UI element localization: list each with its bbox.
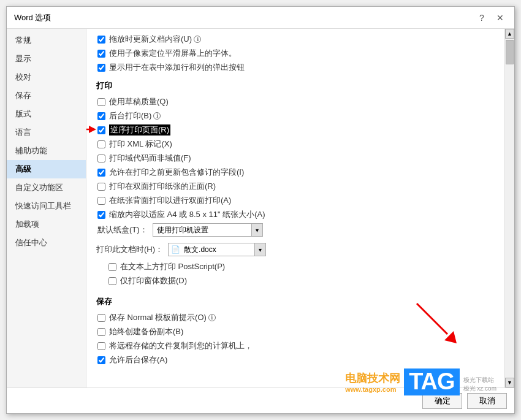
sidebar-item-4[interactable]: 版式	[7, 105, 86, 123]
checkbox-label: 缩放内容以适应 A4 或 8.5 x 11" 纸张大小(A)	[109, 209, 265, 220]
sidebar-item-10[interactable]: 加载项	[7, 215, 86, 234]
checkbox-label: 保存 Normal 模板前提示(O)	[109, 312, 207, 323]
scroll-down-arrow[interactable]: ▼	[505, 378, 514, 388]
checkbox-input[interactable]	[97, 197, 105, 205]
checkbox-label: 使用草稿质量(Q)	[109, 96, 169, 107]
red-arrow-icon	[86, 121, 96, 138]
checkbox-xml: 打印 XML 标记(X)	[96, 139, 492, 150]
print-section-title: 打印	[96, 80, 492, 91]
scroll-track	[505, 39, 514, 378]
checkbox-subpixel[interactable]	[97, 50, 105, 58]
checkbox-back-side: 在纸张背面打印以进行双面打印(A)	[96, 195, 492, 206]
sidebar-item-6[interactable]: 辅助功能	[7, 142, 86, 160]
checkbox-label: 后台打印(B)	[109, 110, 151, 121]
save-section-title: 保存	[96, 296, 492, 307]
checkbox-label: 仅打印窗体数据(D)	[120, 275, 187, 286]
checkbox-label: 始终创建备份副本(B)	[109, 326, 183, 337]
checkbox-update-fields: 允许在打印之前更新包含修订的字段(I)	[96, 167, 492, 178]
dialog-title: Word 选项	[14, 12, 51, 23]
sidebar-item-5[interactable]: 语言	[7, 123, 86, 142]
checkbox-field-codes: 打印域代码而非域值(F)	[96, 153, 492, 164]
scrollbar: ▲ ▼	[504, 29, 514, 388]
scroll-thumb[interactable]	[506, 40, 514, 64]
checkbox-scale: 缩放内容以适应 A4 或 8.5 x 11" 纸张大小(A)	[96, 209, 492, 220]
scroll-up-arrow[interactable]: ▲	[505, 29, 514, 39]
checkbox-row: 使用子像素定位平滑屏幕上的字体。	[96, 48, 492, 59]
checkbox-label: 在文本上方打印 PostScript(P)	[120, 261, 225, 272]
info-icon-0: ℹ	[194, 36, 201, 43]
checkbox-row: 显示用于在表中添加行和列的弹出按钮	[96, 62, 492, 73]
checkbox-label: 允许后台保存(A)	[109, 354, 167, 365]
default-tray-value: 使用打印机设置	[153, 225, 251, 235]
checkbox-input[interactable]	[108, 263, 116, 271]
sidebar-item-2[interactable]: 校对	[7, 68, 86, 86]
checkbox-input[interactable]	[97, 328, 105, 336]
checkbox-front-side: 打印在双面打印纸张的正面(R)	[96, 181, 492, 192]
checkbox-input[interactable]	[97, 183, 105, 191]
checkbox-normal-template: 保存 Normal 模板前提示(O) ℹ	[96, 312, 492, 323]
sidebar: 常规显示校对保存版式语言辅助功能高级自定义功能区快速访问工具栏加载项信任中心	[7, 29, 86, 388]
checkbox-postscript: 在文本上方打印 PostScript(P)	[96, 261, 492, 272]
close-button[interactable]: ✕	[493, 11, 507, 25]
dialog-footer: 确定 取消	[7, 388, 514, 413]
checkbox-update-content[interactable]	[97, 36, 105, 44]
checkbox-label-highlighted: 逆序打印页面(R)	[109, 124, 170, 136]
checkbox-input[interactable]	[97, 169, 105, 177]
dropdown-arrow-icon[interactable]: ▾	[254, 243, 265, 256]
svg-marker-1	[89, 126, 96, 133]
dropdown-arrow-icon[interactable]: ▾	[251, 224, 262, 236]
info-icon-bgprint: ℹ	[153, 112, 161, 120]
checkbox-input[interactable]	[97, 140, 105, 148]
sidebar-item-3[interactable]: 保存	[7, 86, 86, 105]
checkbox-label: 打印 XML 标记(X)	[109, 139, 172, 150]
checkbox-input[interactable]	[97, 155, 105, 162]
dialog-body: 常规显示校对保存版式语言辅助功能高级自定义功能区快速访问工具栏加载项信任中心 拖…	[7, 29, 514, 388]
default-tray-row: 默认纸盒(T)： 使用打印机设置 ▾	[97, 223, 492, 237]
checkbox-label: 显示用于在表中添加行和列的弹出按钮	[109, 62, 245, 73]
sidebar-item-8[interactable]: 自定义功能区	[7, 178, 86, 197]
checkbox-input[interactable]	[97, 126, 105, 134]
checkbox-input[interactable]	[97, 356, 105, 364]
checkbox-label: 将远程存储的文件复制到您的计算机上，	[109, 340, 253, 351]
checkbox-input[interactable]	[97, 314, 105, 322]
checkbox-reverse-print: 逆序打印页面(R)	[96, 124, 492, 136]
checkbox-label: 拖放时更新义档内容(U)	[109, 34, 192, 45]
print-doc-dropdown[interactable]: 📄 散文.docx ▾	[168, 243, 266, 256]
sidebar-item-11[interactable]: 信任中心	[7, 234, 86, 252]
checkbox-form-data: 仅打印窗体数据(D)	[96, 275, 492, 286]
checkbox-row: 拖放时更新义档内容(U) ℹ	[96, 34, 492, 45]
checkbox-input[interactable]	[97, 112, 105, 120]
title-bar: Word 选项 ? ✕	[7, 7, 514, 29]
default-tray-label: 默认纸盒(T)：	[97, 224, 148, 235]
word-options-dialog: Word 选项 ? ✕ 常规显示校对保存版式语言辅助功能高级自定义功能区快速访问…	[6, 6, 515, 414]
checkbox-label: 使用子像素定位平滑屏幕上的字体。	[109, 48, 237, 59]
checkbox-input[interactable]	[97, 342, 105, 350]
sidebar-item-1[interactable]: 显示	[7, 50, 86, 68]
cancel-button[interactable]: 取消	[467, 393, 507, 409]
checkbox-backup: 始终创建备份副本(B)	[96, 326, 492, 337]
print-doc-row: 打印此文档时(H)： 📄 散文.docx ▾	[96, 243, 492, 256]
sidebar-item-7[interactable]: 高级	[7, 160, 86, 178]
content-scroll[interactable]: 拖放时更新义档内容(U) ℹ 使用子像素定位平滑屏幕上的字体。 显示用于在表中添…	[86, 29, 504, 388]
checkbox-copy-remote: 将远程存储的文件复制到您的计算机上，	[96, 340, 492, 351]
ok-button[interactable]: 确定	[422, 393, 462, 409]
checkbox-label: 打印域代码而非域值(F)	[109, 153, 191, 164]
top-checkboxes: 拖放时更新义档内容(U) ℹ 使用子像素定位平滑屏幕上的字体。 显示用于在表中添…	[96, 34, 492, 73]
checkbox-input[interactable]	[97, 211, 105, 219]
checkbox-input[interactable]	[97, 98, 105, 106]
checkbox-input[interactable]	[108, 277, 116, 285]
help-button[interactable]: ?	[475, 11, 489, 25]
sidebar-item-9[interactable]: 快速访问工具栏	[7, 197, 86, 215]
checkbox-label: 在纸张背面打印以进行双面打印(A)	[109, 195, 231, 206]
file-icon: 📄	[171, 245, 180, 254]
checkbox-bg-print: 后台打印(B) ℹ	[96, 110, 492, 121]
checkbox-show-popup[interactable]	[97, 64, 105, 72]
checkbox-label: 允许在打印之前更新包含修订的字段(I)	[109, 167, 244, 178]
default-tray-dropdown[interactable]: 使用打印机设置 ▾	[153, 223, 263, 237]
info-icon-save: ℹ	[208, 314, 216, 321]
print-doc-label: 打印此文档时(H)：	[96, 244, 163, 255]
sidebar-item-0[interactable]: 常规	[7, 31, 86, 50]
checkbox-draft-quality: 使用草稿质量(Q)	[96, 96, 492, 107]
print-doc-value: 散文.docx	[180, 245, 254, 255]
title-bar-controls: ? ✕	[475, 11, 507, 25]
